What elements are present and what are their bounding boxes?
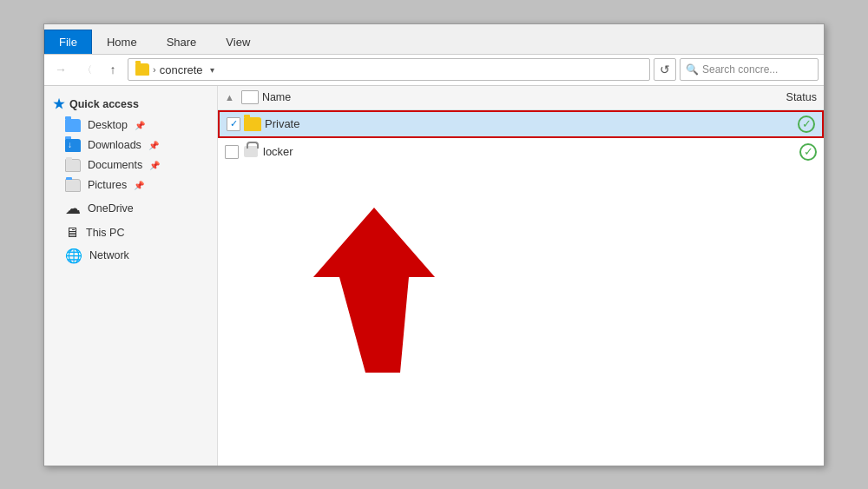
status-icon-private: ✓ [798, 116, 815, 133]
sidebar-label-thispc: This PC [86, 227, 124, 239]
sidebar-label-desktop: Desktop [88, 119, 128, 131]
folder-icon-pictures [65, 179, 81, 192]
sidebar-label-onedrive: OneDrive [88, 202, 134, 215]
sidebar-label-documents: Documents [88, 159, 142, 171]
row-checkbox-locker[interactable] [225, 145, 239, 159]
ribbon-tabs: File Home Share View [44, 24, 824, 54]
pin-icon-documents: 📌 [149, 161, 160, 170]
back-button[interactable]: → [49, 58, 72, 81]
quick-access-label: Quick access [69, 98, 139, 110]
file-explorer-window: File Home Share View → 〈 ↑ › concrete ▾ … [43, 23, 825, 466]
tab-file[interactable]: File [44, 30, 92, 54]
sidebar-label-pictures: Pictures [88, 179, 127, 191]
row-checkbox-private[interactable]: ✓ [227, 117, 240, 131]
tab-view[interactable]: View [211, 30, 265, 54]
file-list: ▲ Name Status ✓ Private ✓ [218, 86, 824, 466]
forward-button[interactable]: 〈 [76, 58, 98, 81]
refresh-button[interactable]: ↺ [654, 58, 676, 81]
table-row[interactable]: locker ✓ [218, 138, 824, 166]
table-row[interactable]: ✓ Private ✓ [218, 110, 824, 138]
sort-arrow: ▲ [225, 92, 234, 102]
sidebar-item-onedrive[interactable]: ☁ OneDrive [44, 195, 217, 221]
file-content-wrap: ▲ Name Status ✓ Private ✓ [218, 86, 824, 466]
sidebar: ★ Quick access Desktop 📌 Downloads 📌 Doc… [44, 86, 218, 466]
header-checkbox[interactable] [241, 90, 259, 104]
up-button[interactable]: ↑ [102, 58, 124, 81]
row-name-locker: locker [263, 145, 796, 158]
tab-home[interactable]: Home [92, 30, 152, 54]
col-name-header[interactable]: Name [262, 91, 747, 103]
search-icon: 🔍 [686, 63, 699, 76]
locker-icon [242, 145, 260, 159]
address-path[interactable]: › concrete ▾ [128, 58, 650, 81]
thispc-icon: 🖥 [65, 225, 79, 241]
path-dropdown[interactable]: ▾ [207, 65, 218, 75]
sidebar-item-documents[interactable]: Documents 📌 [44, 155, 217, 175]
sidebar-label-downloads: Downloads [88, 139, 141, 151]
search-placeholder-text: Search concre... [702, 63, 778, 76]
status-icon-locker: ✓ [799, 143, 817, 161]
folder-icon-desktop [65, 119, 81, 132]
folder-icon-private [244, 117, 261, 131]
quick-access-header: ★ Quick access [44, 93, 217, 116]
sidebar-label-network: Network [89, 249, 129, 261]
row-name-private: Private [265, 117, 794, 130]
onedrive-icon: ☁ [65, 199, 81, 218]
folder-icon [135, 63, 149, 76]
content-area: ★ Quick access Desktop 📌 Downloads 📌 Doc… [44, 86, 824, 466]
network-icon: 🌐 [65, 248, 82, 264]
sidebar-item-desktop[interactable]: Desktop 📌 [44, 116, 217, 135]
address-bar: → 〈 ↑ › concrete ▾ ↺ 🔍 Search concre... [44, 55, 824, 86]
pin-icon-pictures: 📌 [134, 181, 144, 190]
path-text: concrete [160, 63, 203, 76]
search-box[interactable]: 🔍 Search concre... [680, 58, 819, 81]
path-chevron: › [153, 64, 156, 75]
locker-icon-body [244, 146, 258, 157]
star-icon: ★ [53, 96, 64, 112]
folder-icon-documents [65, 159, 81, 172]
tab-share[interactable]: Share [152, 30, 212, 54]
sidebar-item-thispc[interactable]: 🖥 This PC [44, 221, 217, 244]
pin-icon-downloads: 📌 [148, 141, 159, 150]
folder-icon-downloads [65, 139, 81, 152]
ribbon: File Home Share View [44, 24, 824, 55]
pin-icon-desktop: 📌 [135, 121, 145, 130]
sidebar-item-pictures[interactable]: Pictures 📌 [44, 175, 217, 195]
col-status-header[interactable]: Status [747, 91, 817, 103]
column-header: ▲ Name Status [218, 86, 824, 110]
sidebar-item-downloads[interactable]: Downloads 📌 [44, 135, 217, 155]
sidebar-item-network[interactable]: 🌐 Network [44, 244, 217, 268]
